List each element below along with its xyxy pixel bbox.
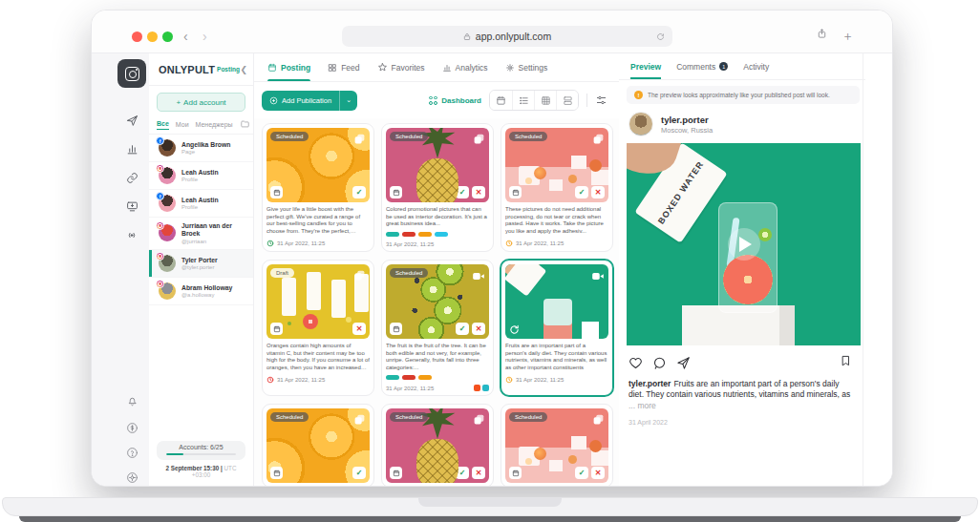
avatar[interactable] (628, 112, 653, 136)
rail-item-dollar-circle[interactable] (120, 416, 143, 439)
post-card[interactable]: Scheduled ✓ Give your life a little boos… (262, 123, 374, 252)
post-card[interactable]: Scheduled ✓ (262, 404, 374, 486)
post-card[interactable]: Draft ✕ Oranges contain high amounts of … (262, 260, 374, 396)
card-footer: 31 Apr 2022, 11:25 (505, 240, 608, 247)
folder-icon[interactable] (240, 119, 250, 129)
add-publication-dropdown[interactable]: ⌄ (339, 91, 357, 111)
tab-favorites[interactable]: Favorites (377, 53, 425, 81)
post-card[interactable]: Scheduled ✓✕ Colored promotional picture… (381, 123, 494, 252)
add-account-button[interactable]: + Add account (157, 93, 245, 112)
post-username[interactable]: tyler.porter (661, 115, 713, 125)
status-badge: Scheduled (509, 132, 547, 141)
tab-settings[interactable]: Settings (505, 53, 548, 81)
post-card[interactable]: Scheduled ✓✕ (381, 404, 494, 486)
account-row[interactable]: f Angelika Brown Page (149, 135, 253, 162)
calendar-chip[interactable] (390, 467, 402, 479)
tab-analytics[interactable]: Analytics (442, 53, 488, 81)
collapse-sidebar-icon[interactable]: ❮ (240, 65, 247, 74)
instagram-rail-icon[interactable] (117, 59, 146, 88)
rail-item-link[interactable] (120, 166, 143, 189)
calendar-chip[interactable] (270, 323, 283, 335)
view-button-calendar-view[interactable] (490, 91, 512, 110)
reject-button[interactable]: ✕ (591, 186, 605, 198)
rail-item-help-circle[interactable] (120, 441, 143, 464)
account-row[interactable]: Tyler Porter @tyler.porter (149, 250, 253, 278)
preview-tab-activity[interactable]: Activity (743, 53, 769, 79)
dashboard-toggle[interactable]: Dashboard (429, 96, 481, 105)
post-card[interactable]: Scheduled ✓✕ These pictures do not need … (501, 123, 613, 252)
account-tab-1[interactable]: Мои (176, 121, 189, 128)
maximize-window-button[interactable] (162, 31, 173, 42)
clock-icon (266, 240, 274, 247)
datetime-label: 2 September 15:30 | (166, 465, 223, 471)
retry-icon[interactable] (509, 324, 520, 335)
preview-tab-comments[interactable]: Comments1 (676, 53, 728, 79)
reject-button[interactable]: ✕ (472, 186, 485, 198)
calendar-chip[interactable] (390, 323, 402, 335)
post-photo[interactable]: BOXED WATER (627, 143, 861, 345)
card-date: 31 Apr 2022, 11:25 (516, 240, 564, 246)
rail-item-gear-circle[interactable] (120, 466, 143, 487)
rail-item-broadcast[interactable] (120, 223, 143, 246)
tab-feed[interactable]: Feed (328, 53, 359, 81)
caption-username[interactable]: tyler.porter (628, 379, 671, 388)
view-button-board-view[interactable] (556, 91, 578, 110)
tab-posting[interactable]: Posting (267, 53, 310, 81)
approve-button[interactable]: ✓ (456, 323, 469, 335)
post-card[interactable]: Scheduled ✓✕ The fruit is the fruit of t… (381, 260, 494, 396)
reject-button[interactable]: ✕ (472, 467, 485, 479)
address-bar[interactable]: app.onlypult.com (342, 26, 672, 47)
accounts-counter-label: Accounts: 6/25 (157, 444, 245, 450)
account-tab-2[interactable]: Менеджеры (196, 121, 233, 128)
calendar-chip[interactable] (509, 467, 522, 479)
view-button-list-view[interactable] (512, 91, 534, 110)
post-card[interactable]: Scheduled ✓✕ (501, 404, 613, 486)
comment-icon[interactable] (652, 356, 667, 370)
account-tab-0[interactable]: Все (157, 120, 169, 130)
preview-tab-preview[interactable]: Preview (630, 53, 661, 79)
account-row[interactable]: Leah Austin Profile (149, 162, 253, 190)
approve-button[interactable]: ✓ (575, 467, 588, 479)
forward-button[interactable]: › (202, 29, 207, 44)
calendar-chip[interactable] (390, 186, 402, 198)
close-window-button[interactable] (132, 31, 142, 42)
approve-button[interactable]: ✓ (352, 186, 366, 198)
view-button-grid-view[interactable] (534, 91, 556, 110)
reject-button[interactable]: ✕ (472, 323, 485, 335)
share-icon[interactable] (817, 28, 827, 39)
calendar-chip[interactable] (509, 186, 522, 198)
reject-button[interactable]: ✕ (352, 323, 366, 335)
rail-item-bell[interactable] (120, 389, 143, 412)
approve-button[interactable]: ✓ (456, 467, 469, 479)
account-row[interactable]: Abram Holloway @a.holloway (149, 278, 253, 305)
add-publication-button[interactable]: Add Publication ⌄ (262, 91, 357, 111)
calendar-chip[interactable] (270, 467, 283, 479)
back-button[interactable]: ‹ (183, 29, 188, 44)
icon-rail (92, 53, 149, 486)
reject-button[interactable]: ✕ (591, 467, 605, 479)
rail-item-paper-plane[interactable] (120, 109, 143, 132)
minimize-window-button[interactable] (147, 31, 158, 42)
url-text: app.onlypult.com (476, 31, 551, 42)
caption-more-link[interactable]: ... more (628, 401, 656, 410)
heart-icon[interactable] (628, 356, 643, 370)
status-label: Scheduled (515, 414, 542, 420)
account-row[interactable]: Jurriaan van der Broek @jurriaan (149, 218, 253, 250)
post-image: Scheduled ✓✕ (386, 408, 489, 483)
approve-button[interactable]: ✓ (352, 467, 366, 479)
new-tab-icon[interactable]: ＋ (842, 28, 854, 45)
card-actions: ✓✕ (575, 186, 605, 198)
filters-icon[interactable] (595, 94, 607, 106)
post-card[interactable]: !Error Fruits are an important part of a… (501, 260, 613, 396)
account-row[interactable]: f Leah Austin Profile (149, 190, 253, 218)
status-badge: Scheduled (270, 412, 309, 422)
share-plane-icon[interactable] (676, 356, 691, 370)
play-button[interactable] (728, 228, 760, 261)
rail-item-bar-chart[interactable] (120, 137, 143, 160)
approve-button[interactable]: ✓ (456, 186, 469, 198)
approve-button[interactable]: ✓ (575, 186, 588, 198)
reload-icon[interactable] (656, 32, 665, 41)
rail-item-monitor-download[interactable] (120, 195, 143, 218)
calendar-chip[interactable] (270, 186, 283, 198)
bookmark-icon[interactable] (840, 354, 852, 367)
